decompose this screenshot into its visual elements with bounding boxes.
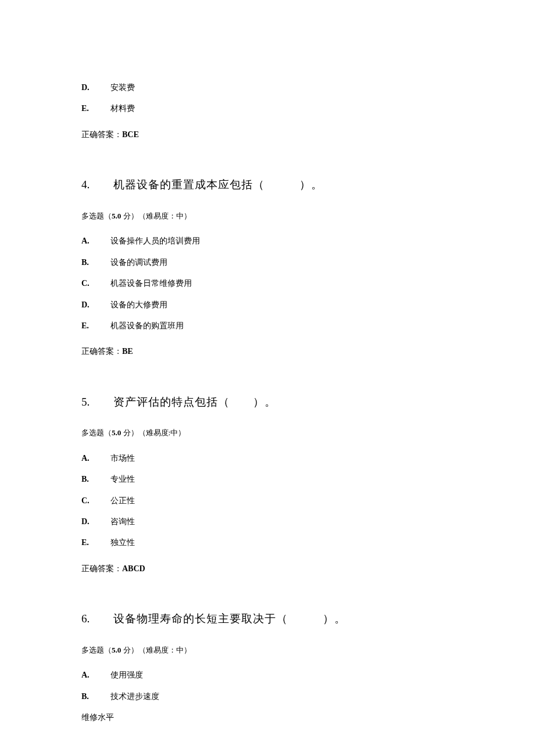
option-text: 专业性	[110, 473, 135, 486]
option-letter: A.	[81, 452, 110, 465]
answer-value: ABCD	[122, 564, 145, 573]
option-letter: E.	[81, 320, 110, 332]
option-row: A. 市场性	[81, 452, 465, 465]
option-text: 设备操作人员的培训费用	[110, 235, 200, 248]
question-meta: 多选题（5.0 分）（难易度:中）	[81, 427, 465, 439]
answer-row: 正确答案：BE	[81, 345, 465, 358]
meta-suffix: 分）（难易度：中）	[121, 212, 191, 220]
question-title: 4. 机器设备的重置成本应包括（ ）。	[81, 176, 465, 194]
question-6: 6. 设备物理寿命的长短主要取决于（ ）。 多选题（5.0 分）（难易度：中） …	[81, 610, 465, 724]
question-text: 设备物理寿命的长短主要取决于（ ）。	[113, 610, 346, 628]
option-text: 使用强度	[110, 669, 143, 682]
orphan-option-text: 维修水平	[81, 711, 465, 724]
option-row: E. 独立性	[81, 536, 465, 549]
option-letter: C.	[81, 277, 110, 290]
option-letter: D.	[81, 299, 110, 311]
option-text: 公正性	[110, 495, 135, 507]
option-text: 设备的大修费用	[110, 299, 167, 311]
option-letter: C.	[81, 495, 110, 507]
option-row: E. 材料费	[81, 102, 465, 115]
option-text: 设备的调试费用	[110, 256, 167, 269]
option-text: 独立性	[110, 536, 135, 549]
meta-points: 5.0	[112, 646, 121, 654]
meta-suffix: 分）（难易度:中）	[121, 428, 186, 437]
question-meta: 多选题（5.0 分）（难易度：中）	[81, 644, 465, 657]
question-text: 资产评估的特点包括（ ）。	[113, 393, 276, 411]
question-3-tail: D. 安装费 E. 材料费 正确答案：BCE	[81, 81, 465, 141]
option-row: D. 安装费	[81, 81, 465, 94]
meta-suffix: 分）（难易度：中）	[121, 646, 191, 654]
answer-label: 正确答案：	[81, 564, 122, 573]
option-text: 安装费	[110, 81, 135, 94]
option-letter: E.	[81, 536, 110, 549]
option-letter: B.	[81, 473, 110, 486]
option-row: B. 设备的调试费用	[81, 256, 465, 269]
option-text: 材料费	[110, 102, 135, 115]
answer-value: BE	[122, 347, 133, 356]
question-meta: 多选题（5.0 分）（难易度：中）	[81, 210, 465, 223]
option-row: D. 设备的大修费用	[81, 299, 465, 311]
option-row: B. 技术进步速度	[81, 690, 465, 703]
option-letter: D.	[81, 81, 110, 94]
option-text: 市场性	[110, 452, 135, 465]
answer-row: 正确答案：ABCD	[81, 562, 465, 575]
answer-row: 正确答案：BCE	[81, 128, 465, 141]
meta-prefix: 多选题（	[81, 646, 112, 654]
meta-prefix: 多选题（	[81, 428, 112, 437]
option-text: 技术进步速度	[110, 690, 159, 703]
question-5: 5. 资产评估的特点包括（ ）。 多选题（5.0 分）（难易度:中） A. 市场…	[81, 393, 465, 576]
question-number: 4.	[81, 176, 113, 194]
question-4: 4. 机器设备的重置成本应包括（ ）。 多选题（5.0 分）（难易度：中） A.…	[81, 176, 465, 359]
option-row: C. 公正性	[81, 495, 465, 507]
option-letter: E.	[81, 102, 110, 115]
option-letter: A.	[81, 669, 110, 682]
meta-points: 5.0	[112, 428, 121, 437]
meta-points: 5.0	[112, 212, 121, 220]
question-text: 机器设备的重置成本应包括（ ）。	[113, 176, 323, 194]
option-row: C. 机器设备日常维修费用	[81, 277, 465, 290]
option-row: B. 专业性	[81, 473, 465, 486]
option-letter: B.	[81, 256, 110, 269]
question-number: 6.	[81, 610, 113, 628]
option-text: 机器设备的购置班用	[110, 320, 184, 332]
question-title: 5. 资产评估的特点包括（ ）。	[81, 393, 465, 411]
option-row: E. 机器设备的购置班用	[81, 320, 465, 332]
option-text: 咨询性	[110, 515, 135, 528]
answer-label: 正确答案：	[81, 347, 122, 356]
option-letter: B.	[81, 690, 110, 703]
answer-value: BCE	[122, 130, 139, 139]
option-row: A. 使用强度	[81, 669, 465, 682]
question-title: 6. 设备物理寿命的长短主要取决于（ ）。	[81, 610, 465, 628]
option-row: A. 设备操作人员的培训费用	[81, 235, 465, 248]
question-number: 5.	[81, 393, 113, 411]
meta-prefix: 多选题（	[81, 212, 112, 220]
answer-label: 正确答案：	[81, 130, 122, 139]
option-letter: A.	[81, 235, 110, 248]
option-text: 机器设备日常维修费用	[110, 277, 192, 290]
option-letter: D.	[81, 515, 110, 528]
option-row: D. 咨询性	[81, 515, 465, 528]
